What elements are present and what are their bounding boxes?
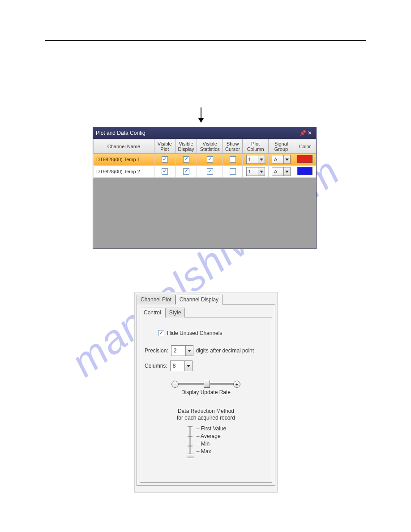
data-reduction-title-1: Data Reduction Method bbox=[145, 408, 267, 415]
col-plot-column[interactable]: PlotColumn bbox=[243, 139, 268, 154]
precision-select[interactable]: 2 bbox=[171, 345, 193, 356]
data-reduction-option: First Value bbox=[197, 425, 226, 433]
display-update-rate-slider[interactable]: – + bbox=[172, 379, 240, 387]
color-swatch[interactable] bbox=[297, 167, 313, 175]
col-color[interactable]: Color bbox=[294, 139, 316, 154]
hide-unused-channels-checkbox[interactable] bbox=[158, 330, 164, 336]
data-reduction-option: Min bbox=[197, 440, 226, 448]
plot-data-config-title: Plot and Data Config bbox=[96, 130, 299, 136]
table-row[interactable]: DT9828(00).Temp 21A bbox=[94, 166, 316, 178]
slider-plus-icon[interactable]: + bbox=[233, 381, 240, 388]
pin-icon[interactable]: 📌 bbox=[299, 130, 306, 136]
channel-display-panel: Channel Plot Channel Display Control Sty… bbox=[134, 292, 278, 493]
table-row[interactable]: DT9828(00).Temp 11A bbox=[94, 154, 316, 166]
slider-thumb[interactable] bbox=[204, 380, 210, 388]
columns-select[interactable]: 8 bbox=[170, 360, 193, 371]
tab-channel-display[interactable]: Channel Display bbox=[176, 295, 223, 305]
slider-minus-icon[interactable]: – bbox=[171, 381, 179, 388]
col-visible-statistics[interactable]: VisibleStatistics bbox=[197, 139, 223, 154]
visible-statistics-checkbox[interactable] bbox=[207, 156, 213, 163]
visible-statistics-checkbox[interactable] bbox=[207, 168, 213, 175]
close-icon[interactable]: ✕ bbox=[306, 130, 313, 136]
plot-column-select[interactable]: 1 bbox=[246, 155, 265, 164]
show-cursor-checkbox[interactable] bbox=[230, 156, 236, 163]
data-reduction-thumb[interactable] bbox=[187, 454, 194, 458]
data-reduction-title-2: for each acquired record bbox=[145, 415, 267, 421]
data-reduction-option: Average bbox=[197, 433, 226, 440]
data-reduction-option: Max bbox=[197, 448, 226, 455]
arrow-indicator bbox=[195, 107, 207, 125]
channel-name-cell: DT9828(00).Temp 2 bbox=[94, 166, 154, 178]
data-reduction-slider[interactable] bbox=[186, 425, 194, 456]
plot-column-select[interactable]: 1 bbox=[246, 167, 265, 176]
plot-data-config-titlebar: Plot and Data Config 📌 ✕ bbox=[93, 127, 316, 139]
col-visible-plot[interactable]: VisiblePlot bbox=[154, 139, 175, 154]
visible-display-checkbox[interactable] bbox=[183, 156, 189, 163]
col-channel-name[interactable]: Channel Name bbox=[94, 139, 154, 154]
signal-group-select[interactable]: A bbox=[272, 155, 291, 164]
tab-channel-plot[interactable]: Channel Plot bbox=[137, 295, 176, 305]
color-swatch[interactable] bbox=[297, 155, 313, 163]
channel-name-cell: DT9828(00).Temp 1 bbox=[94, 154, 154, 166]
columns-label: Columns: bbox=[145, 363, 167, 369]
plot-data-config-panel: Plot and Data Config 📌 ✕ Channel Name Vi… bbox=[93, 127, 317, 249]
visible-plot-checkbox[interactable] bbox=[162, 168, 168, 175]
signal-group-select[interactable]: A bbox=[272, 167, 291, 176]
col-visible-display[interactable]: VisibleDisplay bbox=[175, 139, 197, 154]
tab-control[interactable]: Control bbox=[140, 308, 165, 317]
visible-display-checkbox[interactable] bbox=[183, 168, 189, 175]
col-signal-group[interactable]: SignalGroup bbox=[268, 139, 294, 154]
hide-unused-channels-label: Hide Unused Channels bbox=[167, 330, 222, 336]
tab-style[interactable]: Style bbox=[165, 308, 185, 317]
display-update-rate-label: Display Update Rate bbox=[145, 389, 267, 395]
visible-plot-checkbox[interactable] bbox=[162, 156, 168, 163]
col-show-cursor[interactable]: ShowCursor bbox=[223, 139, 243, 154]
plot-data-config-table: Channel Name VisiblePlot VisibleDisplay … bbox=[93, 139, 316, 178]
precision-label: Precision: bbox=[145, 348, 168, 354]
precision-suffix: digits after decimal point bbox=[196, 348, 254, 354]
show-cursor-checkbox[interactable] bbox=[230, 168, 236, 175]
